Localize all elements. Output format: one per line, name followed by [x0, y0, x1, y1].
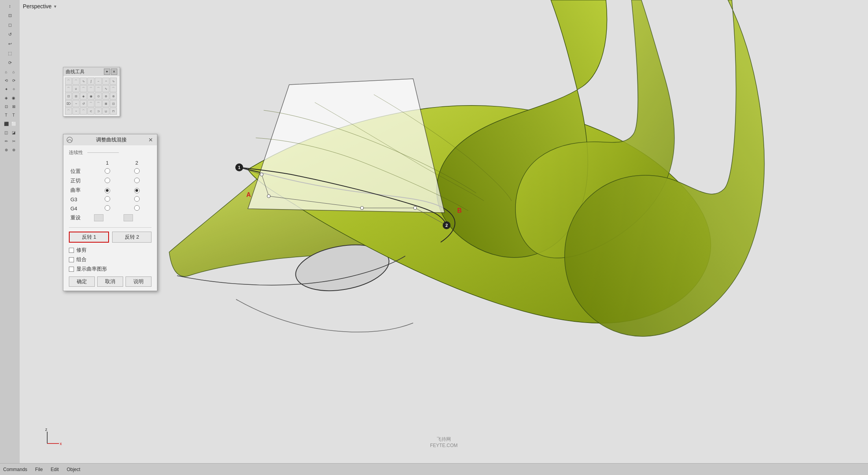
- ct-icon-3[interactable]: ∿: [80, 78, 87, 85]
- ct-icon-33[interactable]: ⊃: [95, 108, 102, 115]
- toolbar-icon-5[interactable]: ↩: [2, 39, 17, 48]
- ok-button[interactable]: 确定: [69, 276, 95, 287]
- radio-curvature-2[interactable]: [134, 188, 140, 193]
- toolbar-icon-14a[interactable]: ⬛: [3, 120, 10, 128]
- toolbar-icon-9a[interactable]: ⟲: [3, 76, 10, 84]
- cancel-button[interactable]: 取消: [97, 276, 123, 287]
- ct-icon-7[interactable]: ∿: [110, 78, 117, 85]
- toolbar-icon-13b[interactable]: T: [10, 111, 17, 119]
- ct-icon-27[interactable]: ⊠: [102, 100, 109, 107]
- radio-tangent-2[interactable]: [134, 178, 140, 183]
- ct-icon-4[interactable]: ∫: [87, 78, 94, 85]
- join-label: 组合: [76, 256, 87, 263]
- radio-g4-2[interactable]: [134, 205, 140, 211]
- reset-box-2[interactable]: [124, 214, 133, 221]
- toolbar-icon-16a[interactable]: ✏: [3, 137, 10, 145]
- ct-icon-9[interactable]: ∪: [72, 85, 79, 92]
- radio-g3-2[interactable]: [134, 196, 140, 202]
- toolbar-icon-12a[interactable]: ⊡: [3, 102, 10, 110]
- ct-icon-5[interactable]: ~: [95, 78, 102, 85]
- toolbar-icon-11b[interactable]: ◉: [10, 94, 17, 102]
- radio-position-1[interactable]: [105, 168, 110, 174]
- toolbar-icon-2[interactable]: ⊡: [2, 11, 17, 20]
- ct-icon-34[interactable]: ⊔: [102, 108, 109, 115]
- radio-curvature-1[interactable]: [105, 188, 110, 193]
- svg-point-9: [360, 206, 364, 210]
- ct-icon-16[interactable]: ⊟: [72, 93, 79, 100]
- status-object[interactable]: Object: [66, 467, 80, 472]
- toolbar-icon-17a[interactable]: ⊕: [3, 146, 10, 154]
- ct-icon-19[interactable]: ⊙: [95, 93, 102, 100]
- toolbar-icon-10a[interactable]: ✦: [3, 85, 10, 93]
- blend-dialog-close-button[interactable]: ✕: [148, 137, 154, 143]
- status-commands[interactable]: Commands: [3, 467, 27, 472]
- ct-icon-32[interactable]: ⊂: [87, 108, 94, 115]
- continuity-row-curvature: 曲率: [69, 186, 151, 195]
- ct-icon-10[interactable]: ⌒: [80, 85, 87, 92]
- ct-icon-18[interactable]: ◉: [87, 93, 94, 100]
- toolbar-icon-8b[interactable]: ⌂: [10, 68, 17, 76]
- ct-icon-1[interactable]: ⌒: [65, 78, 72, 85]
- row-label-g4: G4: [69, 204, 92, 213]
- status-file[interactable]: File: [35, 467, 42, 472]
- ct-icon-8[interactable]: ⌒: [65, 85, 72, 92]
- toolbar-icon-15b[interactable]: ◪: [10, 128, 17, 136]
- toolbar-icon-13a[interactable]: T: [3, 111, 10, 119]
- curve-tools-settings-btn[interactable]: ✦: [104, 69, 110, 75]
- ct-icon-17[interactable]: ◈: [80, 93, 87, 100]
- status-edit[interactable]: Edit: [51, 467, 59, 472]
- curvature-graph-checkbox[interactable]: [69, 267, 74, 272]
- reset-box-1[interactable]: [94, 214, 103, 221]
- curve-tools-close-btn[interactable]: ✕: [111, 69, 117, 75]
- toolbar-icon-6[interactable]: ⬚: [2, 49, 17, 58]
- ct-icon-23[interactable]: ⌣: [72, 100, 79, 107]
- toolbar-icon-4[interactable]: ↺: [2, 30, 17, 39]
- ct-icon-30[interactable]: ⌣: [72, 108, 79, 115]
- ct-icon-28[interactable]: ⊡: [110, 100, 117, 107]
- toolbar-icon-16b[interactable]: ✂: [10, 137, 17, 145]
- radio-position-2[interactable]: [134, 168, 140, 174]
- ct-icon-11[interactable]: ⌒: [87, 85, 94, 92]
- blend-dialog-header[interactable]: 调整曲线混接 ✕: [63, 134, 157, 145]
- trim-checkbox[interactable]: [69, 248, 74, 253]
- flip-buttons-row: 反转 1 反转 2: [69, 232, 151, 243]
- help-button[interactable]: 说明: [126, 276, 151, 287]
- ct-icon-24[interactable]: ↺: [80, 100, 87, 107]
- toolbar-icon-14b[interactable]: ⬜: [10, 120, 17, 128]
- ct-icon-35[interactable]: ⊓: [110, 108, 117, 115]
- radio-g3-1[interactable]: [105, 196, 110, 202]
- toolbar-icon-10b[interactable]: ✧: [10, 85, 17, 93]
- ct-icon-31[interactable]: ⌒: [80, 108, 87, 115]
- flip-1-button[interactable]: 反转 1: [69, 232, 109, 243]
- flip-2-button[interactable]: 反转 2: [112, 232, 151, 243]
- join-checkbox[interactable]: [69, 257, 74, 262]
- chevron-down-icon[interactable]: ▼: [53, 4, 57, 9]
- curve-tools-header[interactable]: 曲线工具 ✦ ✕: [63, 67, 120, 76]
- ct-icon-22[interactable]: ⌦: [65, 100, 72, 107]
- ct-icon-14[interactable]: ⌒: [110, 85, 117, 92]
- ct-icon-20[interactable]: ⊚: [102, 93, 109, 100]
- ct-icon-12[interactable]: ⌒: [95, 85, 102, 92]
- toolbar-icon-1[interactable]: ↕: [2, 2, 17, 10]
- radio-tangent-1[interactable]: [105, 178, 110, 183]
- toolbar-icon-7[interactable]: ⟳: [2, 58, 17, 67]
- ct-icon-6[interactable]: ⌢: [102, 78, 109, 85]
- ct-icon-25[interactable]: ⌒: [87, 100, 94, 107]
- toolbar-icon-15a[interactable]: ◫: [3, 128, 10, 136]
- ct-icon-21[interactable]: ⊛: [110, 93, 117, 100]
- viewport[interactable]: Perspective ▼: [20, 0, 868, 463]
- ct-icon-15[interactable]: ⊡: [65, 93, 72, 100]
- toolbar-icon-17b[interactable]: ⊗: [10, 146, 17, 154]
- ct-icon-13[interactable]: ∿: [102, 85, 109, 92]
- status-bar: Commands File Edit Object: [0, 463, 868, 475]
- ct-icon-26[interactable]: ⌒: [95, 100, 102, 107]
- ct-icon-29[interactable]: ⌒: [65, 108, 72, 115]
- toolbar-icon-3[interactable]: ◻: [2, 20, 17, 29]
- toolbar-icon-11a[interactable]: ◈: [3, 94, 10, 102]
- toolbar-icon-9b[interactable]: ⟳: [10, 76, 17, 84]
- toolbar-icon-8a[interactable]: ⌂: [3, 68, 10, 76]
- toolbar-icon-12b[interactable]: ⊠: [10, 102, 17, 110]
- svg-text:A: A: [246, 191, 251, 198]
- radio-g4-1[interactable]: [105, 205, 110, 211]
- ct-icon-2[interactable]: ⌒: [72, 78, 79, 85]
